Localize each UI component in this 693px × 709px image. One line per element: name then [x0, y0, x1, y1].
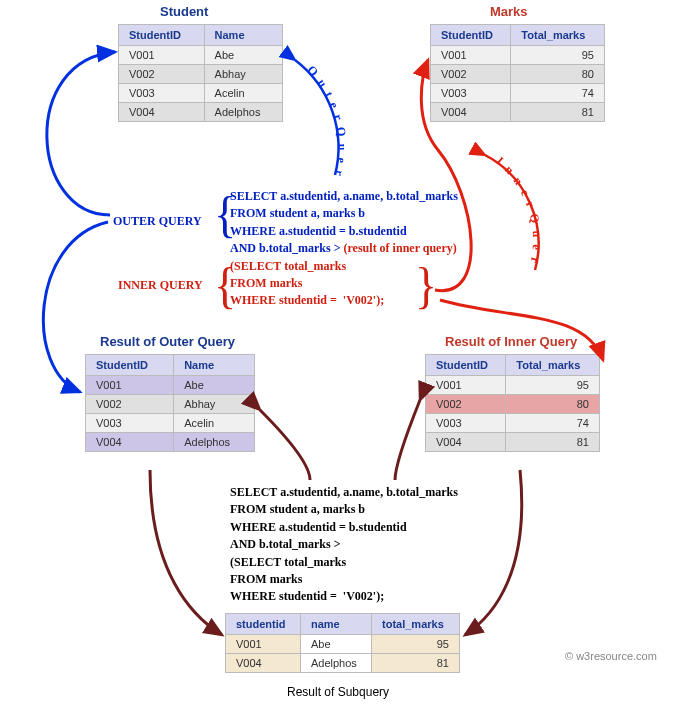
student-h1: Name: [204, 25, 282, 46]
marks-h0: StudentID: [431, 25, 511, 46]
outer-result-title: Result of Outer Query: [100, 334, 235, 349]
outer-result-table: StudentIDName V001Abe V002Abhay V003Acel…: [85, 354, 255, 452]
student-table: StudentIDName V001Abe V002Abhay V003Acel…: [118, 24, 283, 122]
query-block-2: SELECT a.studentid, a.name, b.total_mark…: [230, 484, 458, 606]
inner-result-table: StudentIDTotal_marks V00195 V00280 V0037…: [425, 354, 600, 452]
final-result-table: studentidnametotal_marks V001Abe95 V004A…: [225, 613, 460, 673]
query-block-1: SELECT a.studentid, a.name, b.total_mark…: [230, 188, 458, 310]
inner-query-label: INNER QUERY: [118, 278, 203, 293]
marks-table: StudentIDTotal_marks V00195 V00280 V0037…: [430, 24, 605, 122]
student-title: Student: [160, 4, 208, 19]
outer-query-label: OUTER QUERY: [113, 214, 202, 229]
final-result-title: Result of Subquery: [287, 685, 389, 699]
inner-result-title: Result of Inner Query: [445, 334, 577, 349]
student-h0: StudentID: [119, 25, 205, 46]
watermark: © w3resource.com: [565, 650, 657, 662]
marks-title: Marks: [490, 4, 528, 19]
marks-h1: Total_marks: [511, 25, 605, 46]
